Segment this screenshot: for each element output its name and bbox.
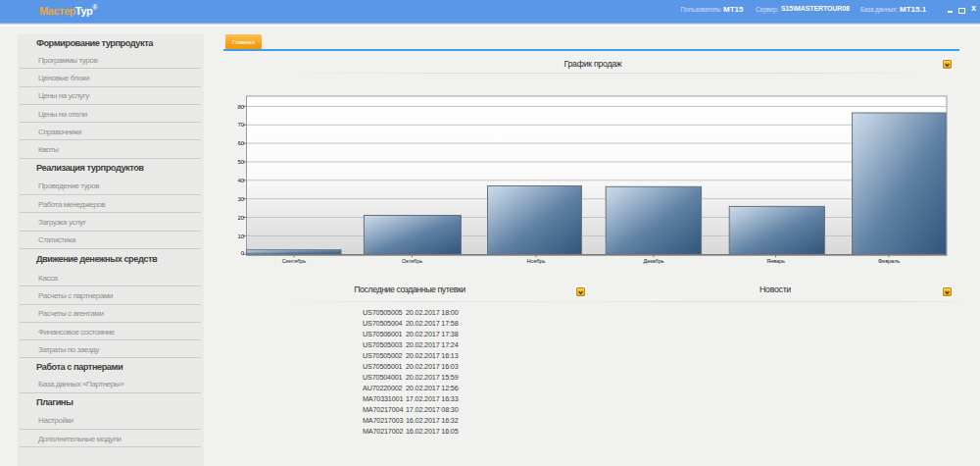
svg-text:Сентябрь: Сентябрь xyxy=(282,258,306,264)
svg-text:60: 60 xyxy=(238,139,245,146)
svg-text:20: 20 xyxy=(238,214,245,221)
svg-text:Декабрь: Декабрь xyxy=(643,258,663,264)
svg-text:30: 30 xyxy=(238,195,245,202)
svg-text:10: 10 xyxy=(238,233,245,239)
svg-text:Ноябрь: Ноябрь xyxy=(527,258,546,264)
svg-text:Февраль: Февраль xyxy=(878,258,900,264)
svg-text:80: 80 xyxy=(238,103,245,110)
svg-text:50: 50 xyxy=(238,158,245,165)
svg-text:Январь: Январь xyxy=(766,258,785,264)
svg-text:Октябрь: Октябрь xyxy=(402,258,422,264)
svg-text:40: 40 xyxy=(238,177,245,183)
svg-text:70: 70 xyxy=(238,121,245,128)
